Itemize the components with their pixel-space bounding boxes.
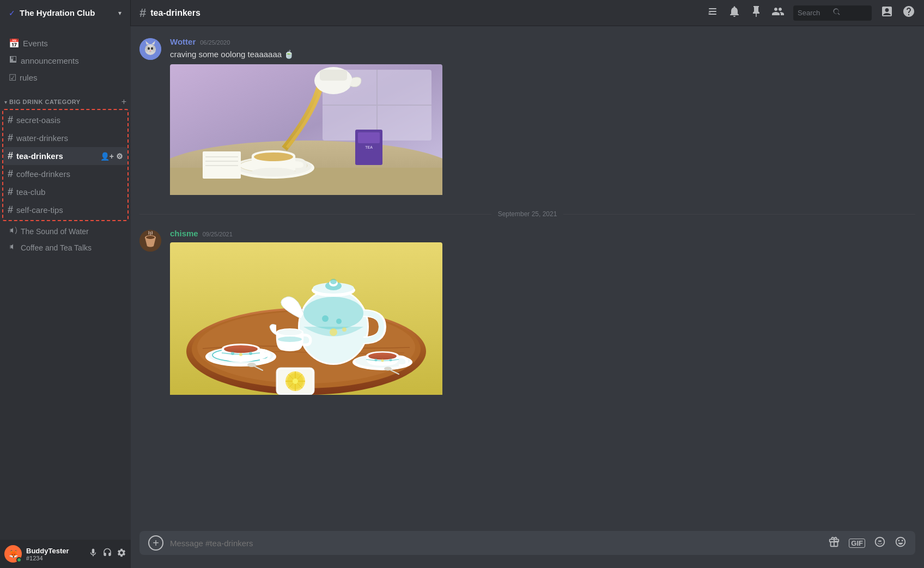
inbox-icon[interactable] [880,5,893,21]
svg-point-71 [390,359,392,362]
server-name-area[interactable]: ✓ The Hydration Club ▾ [0,0,131,26]
svg-point-63 [278,329,302,335]
server-check-icon: ✓ [9,9,15,17]
add-attachment-button[interactable]: + [148,535,163,551]
svg-point-24 [252,168,295,176]
messages-list: Wotter 06/25/2020 craving some oolong te… [131,26,924,531]
svg-rect-31 [203,151,241,179]
svg-point-9 [150,50,151,51]
sidebar-item-water-drinkers[interactable]: # water-drinkers [3,129,127,147]
header-icons: # Search [706,5,924,21]
main-layout: 📅 Events announcements ☑ rules ▾ BIG DRI… [0,26,924,568]
channel-name: tea-drinkers [150,8,200,18]
status-indicator [16,557,22,563]
speaker-icon [9,242,17,253]
sticker-icon[interactable] [874,536,886,551]
svg-point-44 [303,297,363,329]
message-author: Wotter [170,37,196,46]
avatar-image: 🦊 [9,549,18,558]
sidebar-item-label: tea-club [16,187,123,197]
wotter-avatar [139,38,161,60]
message-input[interactable] [170,539,822,548]
channel-header: # tea-drinkers [131,6,706,20]
svg-text:TEA: TEA [365,145,373,149]
chat-area: Wotter 06/25/2020 craving some oolong te… [131,26,924,568]
search-placeholder: Search [798,9,832,17]
svg-point-45 [322,315,329,322]
category-arrow-icon: ▾ [4,99,7,105]
sidebar-item-label: tea-drinkers [16,151,97,161]
sidebar-item-label: secret-oasis [16,115,123,125]
svg-point-61 [249,352,252,355]
search-icon [832,8,867,18]
message-input-box: + GIF [139,531,915,555]
svg-point-53 [330,279,337,284]
sidebar-item-label: coffee-drinkers [16,169,123,179]
hash-icon: # [8,114,13,126]
user-discriminator: #1234 [26,555,84,561]
message-timestamp: 09/25/2021 [203,231,233,237]
sidebar-item-tea-club[interactable]: # tea-club [3,183,127,201]
hash-icon: # [8,204,13,216]
svg-point-25 [254,152,293,161]
user-info: BuddyTester #1234 [26,547,84,561]
bell-icon[interactable] [728,5,741,21]
pin-icon[interactable] [750,5,763,21]
sidebar-item-secret-oasis[interactable]: # secret-oasis [3,111,127,129]
svg-point-8 [151,47,153,50]
svg-point-58 [224,345,258,353]
message-header: Wotter 06/25/2020 [170,37,915,46]
svg-point-60 [239,353,242,356]
message-text: craving some oolong teaaaaaa 🍵 [170,48,915,60]
chisme-avatar [139,230,161,252]
emoji-icon[interactable] [895,536,907,551]
big-drink-category[interactable]: ▾ BIG DRINK CATEGORY + [0,88,131,109]
sidebar-item-coffee-drinkers[interactable]: # coffee-drinkers [3,165,127,183]
sidebar-item-self-care-tips[interactable]: # self-care-tips [3,201,127,219]
rules-icon: ☑ [9,72,16,83]
sidebar-item-tea-drinkers[interactable]: # tea-drinkers 👤+ ⚙ [3,147,127,165]
gift-icon[interactable] [828,536,840,551]
sidebar-item-label: announcements [21,56,122,65]
voice-channel-coffee-tea-talks[interactable]: Coffee and Tea Talks [4,240,126,256]
add-member-icon[interactable]: 👤+ [100,152,114,161]
user-settings-icon[interactable] [117,548,126,560]
headphones-icon[interactable] [102,548,112,560]
sidebar-item-rules[interactable]: ☑ rules [4,69,126,86]
voice-channels-section: The Sound of Water Coffee and Tea Talks [0,221,131,258]
user-area: 🦊 BuddyTester #1234 [0,540,131,568]
input-icons: GIF [828,536,907,551]
search-box[interactable]: Search [793,5,872,21]
top-bar: ✓ The Hydration Club ▾ # tea-drinkers # [0,0,924,26]
category-add-icon[interactable]: + [121,97,126,107]
user-avatar: 🦊 [4,545,22,563]
settings-icon[interactable]: ⚙ [116,152,123,161]
members-icon[interactable] [771,5,785,21]
svg-point-59 [231,352,234,355]
sidebar-item-label: rules [20,73,122,82]
voice-channel-sound-of-water[interactable]: The Sound of Water [4,223,126,240]
sidebar-item-announcements[interactable]: announcements [4,52,126,69]
wotter-message-content: Wotter 06/25/2020 craving some oolong te… [170,37,915,197]
mic-icon[interactable] [88,548,98,560]
gif-button[interactable]: GIF [849,539,865,548]
voice-channel-label: The Sound of Water [21,227,89,236]
dashed-box: # secret-oasis # water-drinkers # tea-dr… [2,109,129,221]
divider-line-right [563,214,915,215]
help-icon[interactable] [902,5,915,21]
voice-channel-label: Coffee and Tea Talks [21,243,92,252]
message-image-tea2 [170,242,442,397]
svg-point-7 [148,47,150,50]
svg-point-80 [293,378,298,384]
message-author: chisme [170,229,198,238]
category-label: BIG DRINK CATEGORY [9,99,121,105]
svg-rect-29 [358,132,380,143]
sidebar: 📅 Events announcements ☑ rules ▾ BIG DRI… [0,26,131,568]
svg-rect-27 [320,70,347,81]
sidebar-item-label: self-care-tips [16,205,123,215]
channels-icon[interactable]: # [706,5,719,21]
sidebar-item-events[interactable]: 📅 Events [4,35,126,52]
divider-line-left [139,214,491,215]
message-header: chisme 09/25/2021 [170,229,915,238]
hash-icon: # [8,168,13,180]
